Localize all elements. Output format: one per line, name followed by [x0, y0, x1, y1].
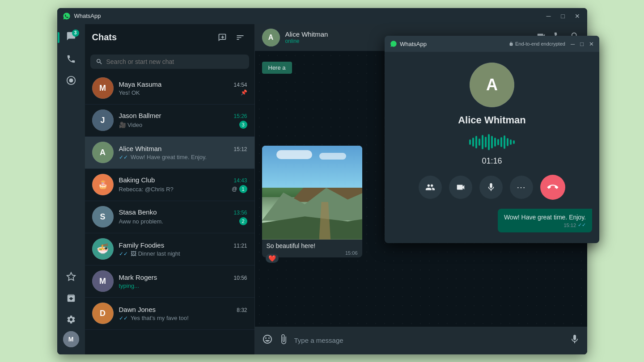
avatar: M	[92, 77, 114, 99]
call-last-message-time: 15:12	[564, 223, 576, 228]
wave-bar	[500, 137, 502, 147]
list-item[interactable]: 🎂 Baking Club 14:43 Rebecca: @Chris R? @…	[85, 169, 254, 201]
chat-preview: Yes! OK	[119, 89, 241, 96]
call-body: A Alice Whitman 01:16	[385, 52, 599, 243]
call-avatar: A	[470, 63, 514, 107]
chat-list-header: Chats	[85, 24, 254, 51]
reaction: ❤️	[266, 254, 279, 263]
chat-name: Mark Rogers	[119, 274, 157, 281]
call-minimize-button[interactable]: ─	[571, 41, 575, 47]
emoji-button[interactable]	[262, 334, 273, 347]
call-whatsapp-logo	[390, 40, 397, 47]
search-icon	[96, 58, 103, 65]
caption-text: So beautiful here!	[267, 242, 316, 249]
list-item[interactable]: J Jason Ballmer 15:26 🎥 Video 3	[85, 105, 254, 137]
chat-time: 10:56	[233, 275, 247, 281]
chat-time: 13:56	[233, 210, 247, 216]
chat-time: 14:43	[233, 177, 247, 184]
chat-info: Alice Whitman 15:12 ✓✓ Wow! Have great t…	[119, 145, 247, 160]
call-last-message: Wow! Have great time. Enjoy.	[504, 214, 586, 221]
sidebar-item-calls[interactable]	[61, 49, 81, 69]
list-item[interactable]: M Mark Rogers 10:56 typing...	[85, 265, 254, 298]
wave-bar	[510, 139, 512, 145]
wave-bar	[507, 138, 508, 146]
search-input[interactable]	[106, 58, 244, 65]
sidebar-item-chats[interactable]: 3	[61, 28, 81, 47]
close-button[interactable]: ✕	[573, 13, 582, 20]
list-item[interactable]: A Alice Whitman 15:12 ✓✓ Wow! Have great…	[85, 137, 254, 169]
mute-button[interactable]	[479, 176, 503, 199]
sidebar-item-status[interactable]	[61, 71, 81, 90]
list-item[interactable]: M Maya Kasuma 14:54 Yes! OK 📌	[85, 72, 254, 105]
call-maximize-button[interactable]: □	[580, 41, 584, 47]
search-bar	[85, 51, 254, 72]
sidebar-item-archived[interactable]	[61, 288, 81, 308]
chat-name: Baking Club	[119, 176, 155, 184]
video-toggle-button[interactable]	[449, 176, 472, 199]
attach-button[interactable]	[278, 334, 289, 347]
double-check-icon: ✓✓	[578, 222, 586, 228]
chat-preview: ✓✓ Yes that's my fave too!	[119, 315, 247, 321]
chat-badge: 3	[72, 29, 79, 37]
chat-list-panel: Chats	[85, 24, 255, 354]
message-image	[262, 146, 362, 240]
chat-time: 11:21	[233, 243, 247, 249]
chat-info: Dawn Jones 8:32 ✓✓ Yes that's my fave to…	[119, 306, 247, 321]
image-message: So beautiful here! 15:06 ❤️	[262, 146, 405, 257]
participants-button[interactable]	[419, 176, 442, 199]
call-actions: ⋯	[419, 175, 565, 200]
end-call-button[interactable]	[540, 175, 565, 200]
user-avatar[interactable]: M	[63, 331, 79, 347]
filter-button[interactable]	[233, 30, 247, 45]
sidebar-item-settings[interactable]	[61, 310, 81, 329]
chat-info: Family Foodies 11:21 ✓✓ 🖼 Dinner last ni…	[119, 241, 247, 257]
chat-input-bar	[255, 327, 587, 354]
chat-preview: Rebecca: @Chris R?	[119, 186, 232, 193]
more-options-button[interactable]: ⋯	[510, 176, 533, 199]
chat-preview-typing: typing...	[119, 282, 247, 289]
message-input[interactable]	[294, 337, 564, 344]
chat-name: Maya Kasuma	[119, 80, 162, 88]
chat-name: Jason Ballmer	[119, 112, 161, 119]
call-timer: 01:16	[482, 156, 502, 166]
new-chat-button[interactable]	[215, 30, 229, 45]
chats-title: Chats	[92, 32, 117, 42]
unread-badge: 1	[239, 185, 247, 193]
maximize-button[interactable]: □	[559, 13, 568, 20]
sidebar-item-starred[interactable]	[61, 267, 81, 286]
chat-info: Baking Club 14:43 Rebecca: @Chris R? @ 1	[119, 176, 247, 193]
avatar: S	[92, 206, 114, 227]
voice-message-button[interactable]	[569, 334, 580, 347]
list-item[interactable]: S Stasa Benko 13:56 Aww no problem. 2	[85, 201, 254, 233]
chat-preview: ✓✓ 🖼 Dinner last night	[119, 250, 247, 257]
list-item[interactable]: 🍜 Family Foodies 11:21 ✓✓ 🖼 Dinner last …	[85, 233, 254, 265]
title-bar-controls: ─ □ ✕	[544, 13, 582, 20]
avatar: 🍜	[92, 238, 114, 260]
wave-bar	[491, 136, 493, 148]
list-item[interactable]: D Dawn Jones 8:32 ✓✓ Yes that's my fave …	[85, 298, 254, 330]
search-wrapper	[90, 55, 249, 69]
sidebar: 3	[57, 24, 85, 354]
chat-info: Stasa Benko 13:56 Aww no problem. 2	[119, 208, 247, 225]
app-title: WhatsApp	[74, 13, 544, 19]
wave-bar	[485, 137, 487, 147]
wave-bar	[497, 139, 499, 145]
call-overlay: WhatsApp End-to-end endcrypted ─ □ ✕ A A…	[385, 36, 599, 243]
wave-bar	[504, 135, 505, 149]
contact-avatar[interactable]: A	[262, 29, 280, 46]
chat-name: Dawn Jones	[119, 306, 156, 313]
chat-name: Family Foodies	[119, 241, 165, 249]
avatar: D	[92, 303, 114, 324]
wave-bar	[479, 139, 480, 146]
minimize-button[interactable]: ─	[544, 13, 553, 20]
wave-bar	[472, 138, 474, 147]
chat-name: Alice Whitman	[119, 145, 162, 152]
title-bar: WhatsApp ─ □ ✕	[57, 8, 587, 24]
image-bubble: So beautiful here! 15:06	[262, 146, 362, 257]
wave-bar	[488, 134, 490, 150]
call-close-button[interactable]: ✕	[589, 41, 594, 47]
unread-badge: 3	[239, 121, 247, 129]
whatsapp-logo	[63, 12, 71, 20]
chat-preview: 🎥 Video	[119, 122, 239, 128]
chat-time: 8:32	[237, 307, 247, 313]
